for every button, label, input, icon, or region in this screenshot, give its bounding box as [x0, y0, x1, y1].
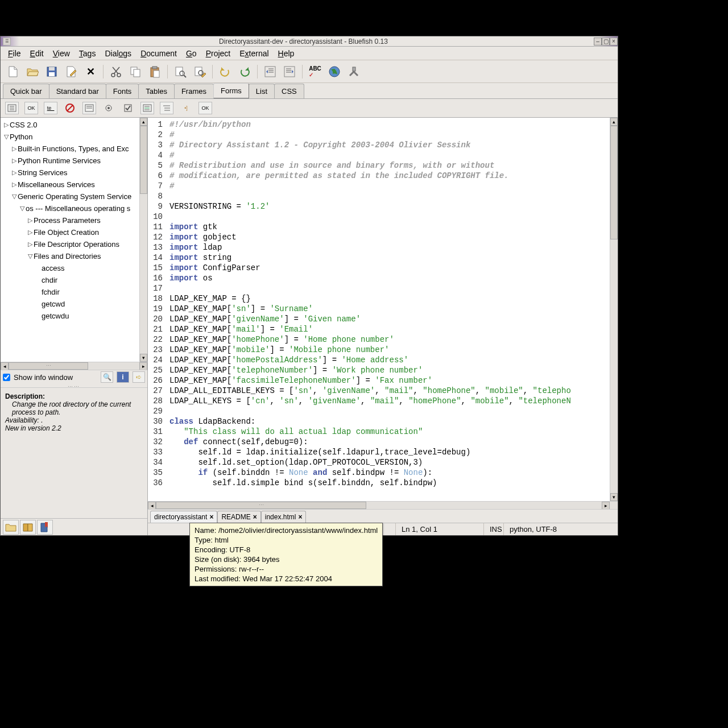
tab-tables[interactable]: Tables: [138, 84, 175, 98]
menu-view[interactable]: View: [48, 47, 75, 60]
close-button[interactable]: ✕: [82, 64, 98, 80]
reference-tree[interactable]: ▷CSS 2.0▽Python▷Built-in Functions, Type…: [1, 118, 147, 362]
paste-button[interactable]: [147, 64, 163, 80]
menu-external[interactable]: External: [235, 47, 273, 60]
tree-item[interactable]: ▷File Descriptor Operations: [1, 238, 147, 250]
tree-item[interactable]: access: [1, 262, 147, 274]
scroll-down-icon[interactable]: ▾: [610, 493, 618, 501]
reference-book-icon[interactable]: [20, 520, 36, 535]
collapsed-icon[interactable]: ▷: [27, 229, 34, 236]
code-line[interactable]: import gobject: [169, 232, 610, 242]
goto-icon[interactable]: ➪: [133, 371, 145, 383]
code-line[interactable]: #: [169, 181, 610, 191]
code-line[interactable]: LDAP_KEY_MAP['mobile'] = 'Mobile phone n…: [169, 345, 610, 355]
tab-css[interactable]: CSS: [274, 84, 304, 98]
code-line[interactable]: "This class will do all actual ldap comm…: [169, 427, 610, 437]
expanded-icon[interactable]: ▽: [3, 133, 10, 140]
save-file-button[interactable]: [44, 64, 60, 80]
radio-tool[interactable]: [102, 102, 115, 114]
code-line[interactable]: #!/usr/bin/python: [169, 119, 610, 130]
tree-item[interactable]: ▷Python Runtime Services: [1, 155, 147, 167]
expanded-icon[interactable]: ▽: [27, 253, 34, 260]
close-tab-icon[interactable]: ×: [209, 513, 213, 521]
file-browser-icon[interactable]: [3, 520, 19, 535]
code-line[interactable]: VERSIONSTRING = '1.2': [169, 201, 610, 212]
tab-list[interactable]: List: [249, 84, 275, 98]
code-line[interactable]: [169, 406, 610, 416]
code-line[interactable]: LDAP_KEY_MAP['telephoneNumber'] = 'Work …: [169, 365, 610, 375]
code-line[interactable]: import ldap: [169, 242, 610, 253]
editor-horizontal-scrollbar[interactable]: ◂ ⋯ ▸: [148, 501, 618, 509]
preferences-button[interactable]: [346, 64, 362, 80]
doc-tab-index-html[interactable]: index.html×: [261, 511, 307, 523]
outdent-button[interactable]: [262, 64, 278, 80]
collapsed-icon[interactable]: ▷: [11, 157, 18, 164]
search-icon[interactable]: 🔍: [101, 371, 113, 383]
code-area[interactable]: #!/usr/bin/python## Directory Assistant …: [165, 118, 610, 501]
code-line[interactable]: # modification, are permitted as stated …: [169, 171, 610, 181]
tree-item[interactable]: ▽Generic Operating System Service: [1, 191, 147, 202]
code-line[interactable]: LDAP_KEY_MAP['mail'] = 'Email': [169, 324, 610, 334]
new-file-button[interactable]: [5, 64, 21, 80]
code-line[interactable]: [169, 212, 610, 222]
show-info-checkbox[interactable]: [3, 374, 10, 381]
open-file-button[interactable]: [24, 64, 40, 80]
close-tab-icon[interactable]: ×: [253, 513, 257, 521]
text-input-tool[interactable]: te_: [44, 102, 57, 114]
optgroup-tool[interactable]: [160, 102, 173, 114]
code-line[interactable]: LDAP_ALL_EDITABLE_KEYS = ['sn', 'givenNa…: [169, 386, 610, 396]
code-line[interactable]: import ConfigParser: [169, 263, 610, 273]
find-replace-button[interactable]: [192, 64, 208, 80]
scroll-left-icon[interactable]: ◂: [148, 502, 156, 510]
collapsed-icon[interactable]: ▷: [11, 169, 18, 176]
tree-item[interactable]: ▷Built-in Functions, Types, and Exc: [1, 143, 147, 155]
code-line[interactable]: LDAP_KEY_MAP['homePhone'] = 'Home phone …: [169, 334, 610, 345]
maximize-button[interactable]: ▢: [602, 38, 610, 46]
tree-item[interactable]: ▷Process Parameters: [1, 214, 147, 226]
tab-frames[interactable]: Frames: [174, 84, 214, 98]
textarea-tool[interactable]: [82, 102, 96, 114]
code-line[interactable]: LDAP_KEY_MAP = {}: [169, 293, 610, 304]
code-line[interactable]: #: [169, 150, 610, 160]
scrollbar-thumb[interactable]: [610, 126, 618, 239]
menu-edit[interactable]: Edit: [26, 47, 48, 60]
tree-item[interactable]: getcwd: [1, 298, 147, 310]
collapsed-icon[interactable]: ▷: [3, 121, 10, 129]
close-button[interactable]: ×: [610, 38, 618, 46]
scroll-down-icon[interactable]: ▾: [140, 354, 147, 362]
tree-item[interactable]: chdir: [1, 274, 147, 286]
spellcheck-button[interactable]: ABC✓: [307, 64, 323, 80]
window-menu-icon[interactable]: ⠿: [3, 38, 11, 46]
copy-button[interactable]: [127, 64, 143, 80]
tree-item[interactable]: ▷CSS 2.0: [1, 119, 147, 131]
hidden-input-tool[interactable]: [63, 102, 77, 114]
scroll-up-icon[interactable]: ▴: [610, 118, 618, 126]
code-line[interactable]: #: [169, 130, 610, 140]
expanded-icon[interactable]: ▽: [11, 193, 18, 200]
menu-file[interactable]: File: [3, 47, 26, 60]
browser-button[interactable]: [326, 64, 342, 80]
tab-standard-bar[interactable]: Standard bar: [49, 84, 106, 98]
bookmarks-icon[interactable]: [37, 520, 53, 535]
minimize-button[interactable]: –: [594, 38, 602, 46]
info-icon[interactable]: i: [117, 371, 129, 383]
code-viewport[interactable]: 1234567891011121314151617181920212223242…: [148, 118, 618, 501]
collapsed-icon[interactable]: ▷: [27, 241, 34, 248]
tree-item[interactable]: ▷File Object Creation: [1, 226, 147, 238]
scroll-right-icon[interactable]: ▸: [139, 362, 147, 370]
tree-item[interactable]: ▷String Services: [1, 167, 147, 179]
tree-item[interactable]: ▽Python: [1, 131, 147, 143]
code-line[interactable]: import os: [169, 273, 610, 283]
code-line[interactable]: LDAP_KEY_MAP['givenName'] = 'Given name': [169, 314, 610, 324]
code-line[interactable]: def connect(self,debug=0):: [169, 437, 610, 447]
scroll-left-icon[interactable]: ◂: [1, 362, 9, 370]
menu-dialogs[interactable]: Dialogs: [100, 47, 136, 60]
code-line[interactable]: # Redistribution and use in source and b…: [169, 160, 610, 171]
code-line[interactable]: self.ld.set_option(ldap.OPT_PROTOCOL_VER…: [169, 457, 610, 468]
tab-quick-bar[interactable]: Quick bar: [3, 84, 49, 98]
scrollbar-thumb[interactable]: ⋯: [156, 502, 366, 509]
menu-project[interactable]: Project: [201, 47, 235, 60]
tree-item[interactable]: ▷Miscellaneous Services: [1, 179, 147, 191]
tab-fonts[interactable]: Fonts: [106, 84, 139, 98]
tree-horizontal-scrollbar[interactable]: ◂ ⋯ ▸: [1, 362, 147, 370]
